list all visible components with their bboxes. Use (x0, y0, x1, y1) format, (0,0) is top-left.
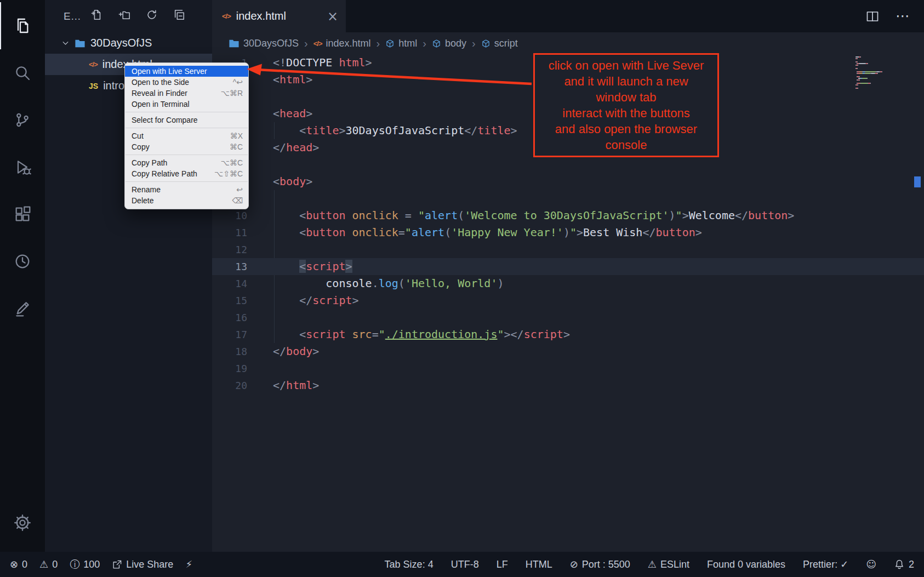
menu-item-reveal-in-finder[interactable]: Reveal in Finder⌥⌘R (125, 88, 248, 99)
collapse-all-icon[interactable] (173, 9, 185, 24)
code-line-16[interactable]: 16 (212, 309, 924, 326)
activity-item-edit[interactable] (0, 285, 45, 332)
status-0[interactable]: ⚠0 (39, 559, 58, 570)
line-number: 10 (212, 207, 247, 224)
breadcrumb-label: index.html (326, 38, 371, 49)
status-2[interactable]: 2 (894, 559, 914, 570)
code-text: <html> (273, 71, 312, 88)
breadcrumb-item-index.html[interactable]: </>index.html (313, 38, 371, 49)
status-label: Live Share (126, 559, 173, 570)
breadcrumb-label: script (494, 38, 518, 49)
status-100[interactable]: ⓘ100 (70, 559, 100, 570)
split-editor-icon[interactable] (866, 10, 879, 23)
activity-item-history[interactable] (0, 238, 45, 285)
menu-item-open-in-terminal[interactable]: Open in Terminal (125, 99, 248, 110)
breadcrumb-item-body[interactable]: body (432, 38, 466, 49)
new-folder-icon[interactable] (118, 9, 130, 24)
folder-label: 30DaysOfJS (90, 37, 152, 49)
annotation-line: interact with the buttons (537, 105, 715, 121)
folder-item-30DaysOfJS[interactable]: 30DaysOfJS (45, 32, 212, 54)
html-icon: </> (222, 13, 231, 20)
status-label: 0 (52, 559, 58, 570)
code-line-10[interactable]: 10 <button onclick = "alert('Welcome to … (212, 207, 924, 224)
run-debug-icon (14, 158, 31, 176)
more-actions-icon[interactable]: ⋯ (896, 8, 910, 25)
menu-item-copy-path[interactable]: Copy Path⌥⌘C (125, 157, 248, 168)
bell-icon (894, 559, 905, 570)
menu-item-copy[interactable]: Copy⌘C (125, 141, 248, 152)
menu-item-copy-relative-path[interactable]: Copy Relative Path⌥⇧⌘C (125, 168, 248, 179)
refresh-icon[interactable] (146, 9, 158, 24)
status-smiley-icon[interactable]: ☺ (866, 559, 876, 569)
menu-item-delete[interactable]: Delete⌫ (125, 195, 248, 206)
activity-item-extensions[interactable] (0, 191, 45, 238)
settings-gear-icon (13, 513, 32, 532)
menu-item-select-for-compare[interactable]: Select for Compare (125, 115, 248, 125)
menu-item-shortcut: ⌘C (230, 142, 243, 151)
info-icon: ⓘ (70, 559, 79, 569)
menu-item-cut[interactable]: Cut⌘X (125, 130, 248, 141)
breadcrumb-label: body (445, 38, 466, 49)
line-number: 12 (212, 241, 247, 258)
menu-item-label: Open with Live Server (132, 67, 243, 76)
status-html[interactable]: HTML (526, 559, 552, 570)
menu-item-open-with-live-server[interactable]: Open with Live Server (125, 66, 248, 77)
close-tab-icon[interactable]: × (327, 9, 338, 24)
symbol-icon (432, 39, 441, 48)
menu-item-label: Reveal in Finder (132, 89, 214, 98)
code-text: <head> (273, 105, 312, 122)
activity-item-source-control[interactable] (0, 96, 45, 144)
edit-icon (14, 300, 31, 317)
error-icon: ⊗ (10, 559, 18, 569)
breadcrumb-item-html[interactable]: html (385, 38, 417, 49)
code-line-17[interactable]: 17 <script src="./introduction.js"></scr… (212, 326, 924, 343)
status-utf-8[interactable]: UTF-8 (451, 559, 479, 570)
new-file-icon[interactable] (91, 9, 103, 24)
menu-item-rename[interactable]: Rename↩ (125, 184, 248, 195)
menu-item-open-to-the-side[interactable]: Open to the Side^↩ (125, 77, 248, 88)
minimap[interactable] (855, 56, 910, 89)
code-line-11[interactable]: 11 <button onclick="alert('Happy New Yea… (212, 224, 924, 241)
breadcrumb-item-30DaysOfJS[interactable]: 30DaysOfJS (229, 38, 299, 49)
status-port-5500[interactable]: ⊘Port : 5500 (570, 559, 630, 570)
code-line-14[interactable]: 14 console.log('Hello, World') (212, 275, 924, 292)
status-lf[interactable]: LF (497, 559, 508, 570)
status-zap-icon[interactable]: ⚡ (185, 559, 192, 569)
code-line-18[interactable]: 18</body> (212, 343, 924, 360)
breadcrumb-item-script[interactable]: script (481, 38, 518, 49)
tab-index-html[interactable]: </> index.html × (212, 0, 346, 32)
search-icon (14, 64, 31, 82)
code-line-8[interactable]: 8<body> (212, 173, 924, 190)
code-line-12[interactable]: 12 (212, 241, 924, 258)
menu-item-label: Delete (132, 196, 225, 205)
menu-item-label: Rename (132, 185, 230, 194)
code-line-19[interactable]: 19 (212, 360, 924, 377)
status-prettier[interactable]: Prettier: ✓ (803, 558, 848, 570)
menu-item-shortcut: ⌥⌘R (221, 89, 243, 98)
code-line-13[interactable]: 13 <script> (212, 258, 924, 275)
menu-item-label: Copy (132, 142, 223, 151)
status-tab-size-4[interactable]: Tab Size: 4 (385, 559, 434, 570)
code-line-9[interactable]: 9 (212, 190, 924, 207)
html-icon: </> (89, 61, 98, 68)
activity-item-search[interactable] (0, 49, 45, 96)
status-eslint[interactable]: ⚠ESLint (648, 559, 689, 570)
code-text: <title>30DaysOfJavaScript</title> (273, 122, 517, 139)
status-found-0-variables[interactable]: Found 0 variables (707, 559, 785, 570)
status-label: Tab Size: 4 (385, 559, 434, 570)
symbol-icon (481, 39, 490, 48)
menu-item-shortcut: ⌫ (232, 196, 243, 205)
activity-item-run-debug[interactable] (0, 144, 45, 191)
code-line-20[interactable]: 20</html> (212, 377, 924, 394)
code-line-15[interactable]: 15 </script> (212, 292, 924, 309)
breadcrumb: 30DaysOfJS›</>index.html›html›body›scrip… (212, 32, 924, 54)
line-number: 16 (212, 309, 247, 326)
line-number: 15 (212, 292, 247, 309)
status-live-share[interactable]: Live Share (112, 559, 173, 570)
activity-item-explorer[interactable] (0, 2, 45, 49)
status-0[interactable]: ⊗0 (10, 559, 27, 570)
code-line-7[interactable]: 7 (212, 156, 924, 173)
code-text: <!DOCTYPE html> (273, 54, 372, 71)
menu-item-label: Copy Path (132, 158, 214, 167)
activity-item-settings-gear[interactable] (0, 499, 45, 546)
